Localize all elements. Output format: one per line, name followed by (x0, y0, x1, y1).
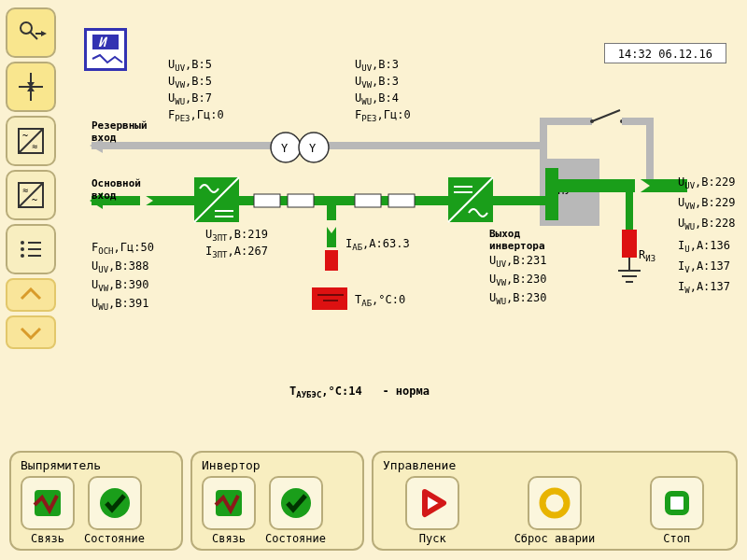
svg-text:~: ~ (22, 131, 28, 141)
svg-marker-76 (425, 492, 444, 514)
svg-rect-36 (646, 118, 654, 187)
svg-rect-48 (288, 194, 314, 207)
svg-text:≈: ≈ (22, 185, 28, 195)
inv-uuv: UUV,В:231 (489, 254, 546, 269)
out-uvw: UVW,В:229 (678, 196, 735, 211)
play-icon (414, 484, 451, 522)
svg-point-16 (21, 241, 24, 245)
svg-marker-2 (41, 31, 47, 36)
nav-inverter-view[interactable]: ≈~ (6, 170, 56, 220)
ring-icon (536, 484, 573, 522)
sidebar: ~≈ ≈~ (6, 7, 58, 349)
stop-button[interactable] (650, 476, 704, 530)
inverter-state-label: Состояние (265, 532, 326, 545)
svg-point-77 (543, 491, 567, 515)
svg-rect-62 (545, 168, 558, 220)
reset-alarm-button[interactable] (528, 476, 582, 530)
list-icon (15, 233, 47, 265)
converter1-icon: ~≈ (15, 125, 47, 157)
svg-rect-54 (312, 287, 347, 310)
riz-label: RИЗ (639, 248, 655, 263)
chevron-down-icon (20, 325, 42, 340)
rectifier-group: Выпрямитель Связь Состояние (9, 451, 183, 551)
inverter-state-button[interactable] (269, 476, 323, 530)
svg-text:Y: Y (281, 142, 289, 155)
res2-uuv: UUV,В:3 (355, 58, 399, 73)
inv-uvw: UVW,В:230 (489, 273, 546, 287)
stop-icon (658, 484, 696, 522)
stop-label: Стоп (663, 532, 690, 545)
rectifier-state-label: Состояние (84, 532, 145, 545)
main-input-label: Основнойвход (92, 177, 141, 202)
svg-rect-50 (388, 194, 415, 207)
reset-label: Сброс аварии (514, 532, 596, 545)
svg-point-20 (21, 254, 24, 258)
out-iu: IU,A:136 (678, 239, 730, 254)
link-icon (210, 484, 247, 522)
main-uvw: UVW,В:390 (92, 278, 148, 293)
inv-uwu: UWU,В:230 (489, 291, 546, 306)
svg-rect-31 (540, 118, 592, 125)
inverter-output-label: Выходинвертора (489, 228, 545, 252)
svg-text:~: ~ (32, 195, 37, 205)
start-label: Пуск (419, 532, 446, 545)
inverter-group: Инвертор Связь Состояние (190, 451, 364, 551)
rectifier-link-button[interactable] (21, 476, 75, 530)
main-fosn: FОСН,Гц:50 (92, 241, 154, 256)
start-button[interactable] (405, 476, 459, 530)
uzpt: UЗПТ,В:219 (205, 228, 268, 243)
reserve-input-label: Резервныйвход (92, 119, 148, 144)
temp-status: TАУБЭС,°C:14 - норма (289, 385, 430, 399)
tab: TАБ,°C:0 (355, 293, 405, 308)
inverter-link-label: Связь (212, 532, 246, 545)
check-icon (277, 484, 315, 522)
svg-rect-47 (254, 194, 280, 207)
svg-marker-41 (140, 192, 153, 209)
nav-scroll-down[interactable] (6, 315, 56, 349)
out-uwu: UWU,В:228 (678, 217, 735, 231)
converter2-icon: ≈~ (15, 179, 47, 211)
svg-line-32 (592, 110, 620, 121)
control-title: Управление (383, 458, 726, 472)
res-frez: FРЕЗ,Гц:0 (168, 108, 224, 123)
res-uvw: UVW,В:5 (168, 75, 212, 90)
rectifier-title: Выпрямитель (21, 458, 172, 472)
nav-list-view[interactable] (6, 224, 56, 274)
chevron-up-icon (20, 287, 42, 302)
svg-rect-53 (325, 250, 338, 271)
svg-rect-78 (668, 494, 686, 512)
schematic-canvas: Y Y ЭПУ (75, 37, 728, 411)
converge-icon (15, 71, 47, 103)
nav-zoom-tool[interactable] (6, 7, 56, 58)
nav-rectifier-view[interactable]: ~≈ (6, 116, 56, 166)
res2-uvw: UVW,В:3 (355, 75, 399, 90)
out-uuv: UUV,В:229 (678, 175, 735, 190)
inverter-link-button[interactable] (202, 476, 256, 530)
inverter-title: Инвертор (202, 458, 353, 472)
nav-converge-tool[interactable] (6, 62, 56, 112)
check-icon (96, 484, 134, 522)
svg-rect-61 (493, 196, 549, 205)
svg-point-18 (21, 247, 24, 251)
izpt: IЗПТ,A:267 (205, 245, 268, 259)
rectifier-state-button[interactable] (88, 476, 142, 530)
link-icon (29, 484, 66, 522)
svg-rect-63 (558, 179, 599, 192)
svg-marker-52 (322, 220, 341, 233)
out-iw: IW,A:137 (678, 280, 730, 295)
main-uwu: UWU,В:391 (92, 297, 148, 312)
nav-scroll-up[interactable] (6, 278, 56, 312)
svg-point-33 (590, 119, 594, 123)
svg-text:≈: ≈ (32, 141, 37, 151)
svg-text:Y: Y (309, 142, 317, 155)
iab: IАБ,A:63.3 (345, 237, 410, 252)
res-uwu: UWU,В:7 (168, 91, 212, 106)
res2-frez: FРЕЗ,Гц:0 (355, 108, 411, 123)
bottom-panel: Выпрямитель Связь Состояние Инвертор (9, 451, 738, 551)
res2-uwu: UWU,В:4 (355, 91, 399, 106)
out-iv: IV,A:137 (678, 259, 730, 274)
zoom-icon (15, 17, 47, 49)
res-uuv: UUV,В:5 (168, 58, 212, 73)
rectifier-link-label: Связь (31, 532, 64, 545)
main-uuv: UUV,В:388 (92, 259, 148, 274)
